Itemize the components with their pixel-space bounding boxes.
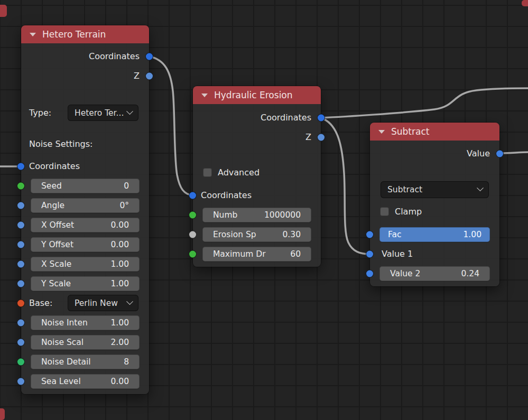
node-title: Hetero Terrain bbox=[42, 29, 106, 40]
wire-hetero-coordinates-to-erosion-coordinates bbox=[150, 57, 193, 195]
output-socket-coordinates[interactable] bbox=[145, 52, 153, 60]
input-row-value2: Value 2 0.24 bbox=[370, 264, 499, 283]
clamp-checkbox[interactable] bbox=[380, 207, 389, 216]
output-socket-coordinates[interactable] bbox=[317, 114, 325, 122]
input-socket-y-offset[interactable] bbox=[17, 240, 25, 248]
input-row-coordinates: Coordinates bbox=[21, 156, 149, 176]
output-label-z: Z bbox=[134, 71, 140, 81]
input-row-noise-scale: Noise Scal 2.00 bbox=[21, 332, 149, 352]
node-subtract[interactable]: Subtract Value Subtract Clamp bbox=[370, 123, 499, 286]
output-row-coordinates: Coordinates bbox=[21, 46, 149, 66]
value2-slider[interactable]: Value 2 0.24 bbox=[379, 266, 490, 281]
slider-value: 1000000 bbox=[264, 210, 301, 220]
input-label-coordinates: Coordinates bbox=[201, 190, 252, 200]
slider-label: Sea Level bbox=[41, 377, 81, 386]
maximum-dr-slider[interactable]: Maximum Dr 60 bbox=[202, 247, 311, 262]
y-scale-slider[interactable]: Y Scale 1.00 bbox=[31, 276, 140, 291]
node-hetero-terrain[interactable]: Hetero Terrain Coordinates Z Type: Heter… bbox=[21, 25, 149, 394]
input-socket-angle[interactable] bbox=[17, 201, 25, 209]
slider-value: 1.00 bbox=[110, 318, 129, 328]
noise-detail-slider[interactable]: Noise Detail 8 bbox=[31, 354, 140, 369]
operation-dropdown[interactable]: Subtract bbox=[381, 181, 489, 198]
advanced-checkbox[interactable] bbox=[203, 168, 212, 177]
input-socket-base[interactable] bbox=[17, 299, 25, 307]
input-row-angle: Angle 0° bbox=[21, 195, 149, 215]
input-socket-x-scale[interactable] bbox=[17, 260, 25, 268]
noise-scale-slider[interactable]: Noise Scal 2.00 bbox=[31, 335, 140, 350]
node-title: Subtract bbox=[391, 126, 429, 137]
advanced-row: Advanced bbox=[193, 163, 321, 182]
wire-subtract-value-to-right-edge bbox=[499, 152, 528, 153]
output-label-coordinates: Coordinates bbox=[261, 113, 311, 123]
y-offset-slider[interactable]: Y Offset 0.00 bbox=[31, 237, 140, 252]
slider-value: 0.00 bbox=[110, 377, 129, 386]
input-socket-sea-level[interactable] bbox=[17, 377, 25, 385]
input-socket-fac[interactable] bbox=[366, 230, 374, 238]
output-label-coordinates: Coordinates bbox=[89, 51, 140, 61]
input-socket-noise-detail[interactable] bbox=[17, 358, 25, 366]
slider-value: 1.00 bbox=[463, 230, 481, 239]
input-row-x-scale: X Scale 1.00 bbox=[21, 254, 149, 274]
type-label: Type: bbox=[29, 108, 68, 118]
type-dropdown[interactable]: Hetero Ter... bbox=[68, 105, 138, 121]
input-row-numb: Numb 1000000 bbox=[193, 205, 321, 225]
type-property-row: Type: Hetero Ter... bbox=[21, 103, 149, 123]
chevron-down-icon bbox=[126, 298, 133, 305]
slider-value: 0.24 bbox=[461, 269, 479, 278]
node-editor-canvas[interactable]: Hetero Terrain Coordinates Z Type: Heter… bbox=[0, 0, 528, 420]
node-header-hetero-terrain[interactable]: Hetero Terrain bbox=[21, 25, 149, 43]
slider-label: Numb bbox=[213, 210, 237, 220]
input-socket-x-offset[interactable] bbox=[17, 221, 25, 229]
slider-value: 60 bbox=[290, 249, 301, 259]
collapse-arrow-icon[interactable] bbox=[30, 33, 36, 36]
input-socket-erosion-sp[interactable] bbox=[189, 230, 197, 238]
offscreen-node-fragment-top-right bbox=[522, 0, 528, 6]
slider-label: Y Scale bbox=[41, 279, 71, 288]
input-socket-noise-scale[interactable] bbox=[17, 338, 25, 346]
collapse-arrow-icon[interactable] bbox=[201, 94, 208, 97]
input-socket-noise-intensity[interactable] bbox=[17, 319, 25, 326]
base-label: Base: bbox=[29, 298, 68, 308]
input-row-x-offset: X Offset 0.00 bbox=[21, 215, 149, 235]
erosion-sp-slider[interactable]: Erosion Sp 0.30 bbox=[202, 227, 311, 242]
slider-label: Angle bbox=[41, 201, 64, 210]
input-socket-y-scale[interactable] bbox=[17, 279, 25, 287]
input-row-erosion-sp: Erosion Sp 0.30 bbox=[193, 225, 321, 244]
output-socket-value[interactable] bbox=[496, 150, 504, 157]
input-row-sea-level: Sea Level 0.00 bbox=[21, 371, 149, 391]
seed-slider[interactable]: Seed 0 bbox=[31, 179, 140, 193]
noise-intensity-slider[interactable]: Noise Inten 1.00 bbox=[31, 315, 140, 330]
fac-slider[interactable]: Fac 1.00 bbox=[379, 227, 490, 242]
input-socket-maximum-dr[interactable] bbox=[189, 250, 197, 258]
sea-level-slider[interactable]: Sea Level 0.00 bbox=[31, 374, 140, 389]
output-row-z: Z bbox=[21, 66, 149, 86]
output-row-z: Z bbox=[193, 127, 321, 147]
node-header-subtract[interactable]: Subtract bbox=[370, 123, 499, 141]
slider-label: Fac bbox=[388, 230, 402, 239]
output-socket-z[interactable] bbox=[317, 133, 325, 141]
input-socket-seed[interactable] bbox=[17, 182, 25, 190]
base-dropdown[interactable]: Perlin New bbox=[68, 295, 138, 311]
wire-erosion-coordinates-to-right-edge bbox=[321, 88, 528, 118]
node-header-hydraulic-erosion[interactable]: Hydraulic Erosion bbox=[193, 86, 321, 104]
input-row-y-scale: Y Scale 1.00 bbox=[21, 274, 149, 293]
input-socket-value2[interactable] bbox=[366, 269, 374, 277]
input-socket-value1[interactable] bbox=[366, 250, 374, 258]
collapse-arrow-icon[interactable] bbox=[378, 130, 385, 134]
x-offset-slider[interactable]: X Offset 0.00 bbox=[31, 218, 140, 232]
slider-value: 0 bbox=[124, 181, 129, 191]
x-scale-slider[interactable]: X Scale 1.00 bbox=[31, 257, 140, 272]
input-socket-coordinates[interactable] bbox=[189, 191, 197, 199]
input-row-value1: Value 1 bbox=[370, 244, 499, 264]
input-socket-numb[interactable] bbox=[189, 211, 197, 219]
input-socket-coordinates[interactable] bbox=[17, 162, 25, 170]
angle-slider[interactable]: Angle 0° bbox=[31, 198, 140, 213]
output-socket-z[interactable] bbox=[145, 72, 153, 80]
base-dropdown-value: Perlin New bbox=[75, 298, 118, 308]
input-row-base: Base: Perlin New bbox=[21, 293, 149, 313]
numb-slider[interactable]: Numb 1000000 bbox=[202, 208, 311, 222]
input-label-value1: Value 1 bbox=[382, 249, 413, 259]
wire-erosion-coordinates-to-subtract-value1 bbox=[321, 118, 370, 254]
input-row-maximum-dr: Maximum Dr 60 bbox=[193, 244, 321, 264]
node-hydraulic-erosion[interactable]: Hydraulic Erosion Coordinates Z Advanced… bbox=[193, 86, 321, 267]
